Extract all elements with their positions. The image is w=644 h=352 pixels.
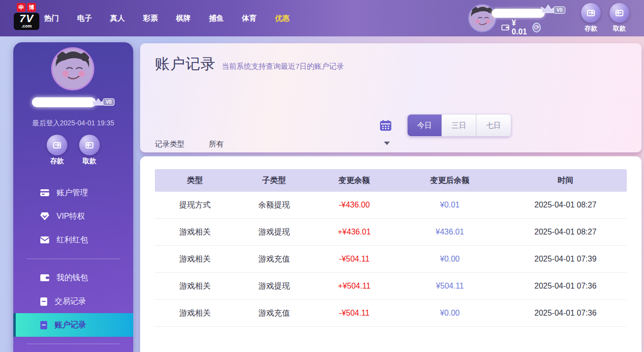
withdraw-icon [610,3,629,23]
vip-level[interactable]: V0 [541,4,565,15]
logo-tiles: 申 博 [17,3,43,12]
sidebar-item-label: 交易记录 [55,296,86,307]
logo-tile-2: 博 [27,3,36,12]
cell-time: 2025-04-01 07:39 [504,255,627,264]
nav-hot[interactable]: 热门 [44,14,59,23]
sidebar-deposit-icon [47,135,67,155]
range-seven-days-button[interactable]: 七日 [476,115,511,136]
cell-balance: ¥0.01 [396,201,504,209]
nav-promos[interactable]: 优惠 [275,14,290,23]
vip-gem-icon [40,212,50,221]
sidebar-withdraw-button[interactable]: 取款 [79,135,100,166]
sidebar-item-label: 红利红包 [57,235,88,245]
sidebar-withdraw-label: 取款 [83,157,96,166]
sidebar-item-wallet[interactable]: 我的钱包 [13,266,133,290]
cell-time: 2025-04-01 07:36 [504,282,627,291]
page-subtitle: 当前系统支持查询最近7日的账户记录 [222,62,344,71]
document-icon [40,297,48,306]
logo-tile-1: 申 [17,3,26,12]
site-logo[interactable]: 申 博 7V .com [14,3,43,30]
sidebar-withdraw-icon [79,135,100,155]
cell-type: 游戏相关 [155,281,235,292]
page-title-row: 账户记录 当前系统支持查询最近7日的账户记录 [155,54,344,74]
sidebar-item-transaction-records[interactable]: 交易记录 [13,290,133,313]
main-nav: 热门 电子 真人 彩票 棋牌 捕鱼 体育 优惠 [44,0,290,36]
nav-fishing[interactable]: 捕鱼 [209,14,224,23]
menu-divider [27,259,120,259]
cell-change: +¥436.01 [313,228,396,236]
cell-time: 2025-04-01 08:27 [504,228,627,236]
top-header: 申 博 7V .com 热门 电子 真人 彩票 棋牌 捕鱼 体育 优惠 [0,0,644,36]
deposit-icon [581,3,601,23]
cell-change: -¥436.00 [313,201,396,209]
envelope-icon [40,236,50,244]
record-type-label: 记录类型 [155,140,184,149]
sidebar-deposit-button[interactable]: 存款 [46,135,68,166]
col-balance-after: 变更后余额 [396,176,504,186]
withdraw-label: 取款 [613,24,626,33]
cell-balance: ¥0.00 [396,309,504,318]
page: 申 博 7V .com 热门 电子 真人 彩票 棋牌 捕鱼 体育 优惠 [0,0,644,352]
col-type: 类型 [155,176,235,186]
chevron-down-icon[interactable] [384,142,390,145]
col-time: 时间 [504,176,627,186]
nav-lottery[interactable]: 彩票 [143,14,158,23]
balance-amount: ¥ 0.01 [512,19,530,36]
nav-sports[interactable]: 体育 [242,14,257,23]
table-row: 游戏相关 游戏充值 -¥504.11 ¥0.00 2025-04-01 07:3… [155,300,627,327]
sidebar: V0 最后登入2025-04-01 19:35 存款 取款 [13,42,133,352]
table-header-row: 类型 子类型 变更余额 变更后余额 时间 [155,169,627,192]
header-actions: 存款 取款 [580,3,630,33]
withdraw-button[interactable]: 取款 [609,3,630,33]
avatar[interactable] [468,4,497,32]
cell-type: 提现方式 [155,200,235,210]
sidebar-item-vip[interactable]: VIP特权 [13,205,133,228]
vip-badge: V0 [554,6,565,14]
range-today-button[interactable]: 今日 [408,115,442,136]
card-icon [40,189,50,197]
cell-type: 游戏相关 [155,227,235,237]
sidebar-item-account-management[interactable]: 账户管理 [13,181,133,205]
nav-cards[interactable]: 棋牌 [176,14,191,23]
sidebar-vip-badge: V0 [103,98,115,106]
cell-subtype: 游戏提现 [235,281,313,292]
sidebar-item-label: 我的钱包 [57,273,88,283]
sidebar-item-account-records[interactable]: 账户记录 [13,313,133,337]
cell-time: 2025-04-01 07:36 [504,309,627,318]
cell-time: 2025-04-01 08:27 [504,201,627,209]
cell-type: 游戏相关 [155,308,235,319]
date-range-buttons: 今日 三日 七日 [407,114,511,137]
logo-main: 7V .com [14,13,39,30]
deposit-button[interactable]: 存款 [580,3,602,33]
cell-balance: ¥0.00 [396,255,504,264]
record-type-underline [209,155,391,156]
cell-subtype: 游戏提现 [235,227,313,237]
avatar-image [469,5,496,31]
range-three-days-button[interactable]: 三日 [442,115,476,136]
last-login-text: 最后登入2025-04-01 19:35 [13,119,133,128]
sidebar-actions: 存款 取款 [13,135,133,166]
nav-slots[interactable]: 电子 [77,14,92,23]
filter-card: 账户记录 当前系统支持查询最近7日的账户记录 记录类型 所有 交易日期 2025… [140,43,642,152]
menu-divider [27,344,120,344]
nav-live[interactable]: 真人 [110,14,125,23]
wallet-icon [501,24,509,31]
records-table: 类型 子类型 变更余额 变更后余额 时间 提现方式 余额提现 -¥436.00 … [155,169,627,327]
sidebar-avatar-image [53,49,93,89]
balance-row: ¥ 0.01 ⟳ [501,19,541,36]
sidebar-item-label: 账户管理 [57,188,88,198]
sidebar-item-bonus[interactable]: 红利红包 [13,228,133,252]
sidebar-avatar[interactable] [51,47,94,90]
sidebar-item-label: VIP特权 [57,211,85,222]
calendar-icon[interactable] [380,119,392,131]
table-row: 游戏相关 游戏充值 -¥504.11 ¥0.00 2025-04-01 07:3… [155,246,627,273]
cell-change: -¥504.11 [313,255,396,264]
refresh-balance-icon[interactable]: ⟳ [532,23,541,32]
logo-name: 7V [14,13,39,24]
document-icon [40,321,48,330]
record-type-select[interactable]: 所有 [209,140,224,149]
cell-subtype: 游戏充值 [235,254,313,264]
table-row: 提现方式 余额提现 -¥436.00 ¥0.01 2025-04-01 08:2… [155,192,627,219]
sidebar-menu: 账户管理 VIP特权 红利红包 我的钱包 [13,181,133,351]
cell-change: -¥504.11 [313,309,396,318]
